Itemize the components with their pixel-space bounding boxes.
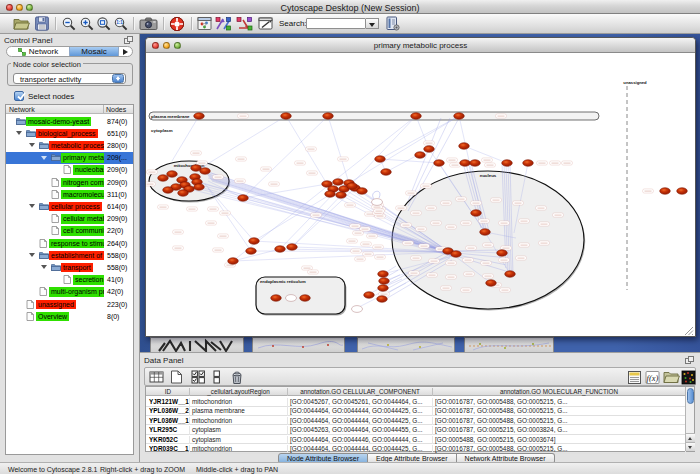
graph-node[interactable]	[228, 258, 239, 265]
graph-node[interactable]	[333, 179, 344, 186]
graph-node[interactable]	[347, 183, 358, 190]
table-row[interactable]: YPL036W__1mitochondrion[GO:0044464, GO:0…	[146, 416, 686, 426]
graph-node[interactable]	[178, 190, 189, 197]
unselect-all-icon[interactable]	[211, 370, 223, 386]
table-row[interactable]: YJR121W__1mitochondrion[GO:0045267, GO:0…	[146, 397, 686, 407]
scroll-up-icon[interactable]	[686, 433, 695, 442]
tree-row[interactable]: mosaic-demo-yeast874(0)	[6, 115, 133, 127]
graph-node[interactable]	[238, 195, 249, 202]
snapshot-icon[interactable]	[139, 16, 158, 33]
graph-node[interactable]	[249, 238, 260, 245]
table-cell[interactable]: [GO:0016787, GO:0005488, GO:0005215, G..…	[433, 398, 686, 407]
report-icon[interactable]	[385, 16, 400, 33]
attr-list-icon[interactable]	[627, 370, 642, 387]
graph-node[interactable]	[158, 175, 169, 182]
graph-node[interactable]	[497, 250, 508, 257]
background-window[interactable]	[252, 337, 345, 352]
new-attr-icon[interactable]	[170, 370, 183, 386]
formula-icon[interactable]: f(x)	[645, 370, 660, 387]
graph-node[interactable]	[194, 113, 205, 120]
background-window[interactable]	[464, 337, 554, 352]
graph-node[interactable]	[377, 296, 388, 303]
table-cell[interactable]: plasma membrane	[190, 407, 288, 416]
tree-row[interactable]: unassigned223(0)	[6, 298, 133, 310]
table-cell[interactable]: YKR052C	[147, 436, 190, 445]
select-all-icon[interactable]	[191, 370, 206, 386]
graph-node[interactable]	[323, 113, 334, 120]
tree-row[interactable]: biological_process651(0)	[6, 127, 133, 139]
graph-node[interactable]	[470, 160, 481, 167]
graph-node[interactable]	[287, 244, 298, 251]
table-cell[interactable]: [GO:0016787, GO:0005215, GO:0003824, G..…	[433, 426, 686, 435]
table-cell[interactable]: [GO:0016787, GO:0005488, GO:0005215, G..…	[433, 407, 686, 416]
graph-node[interactable]	[281, 113, 292, 120]
save-icon[interactable]	[35, 16, 49, 33]
tab-mosaic[interactable]: Mosaic	[69, 47, 119, 56]
graph-node[interactable]	[502, 160, 513, 167]
tree-row[interactable]: macromolecule311(0)	[6, 188, 133, 200]
tree-row[interactable]: secretion41(0)	[6, 274, 133, 286]
expand-arrow-icon[interactable]	[29, 143, 35, 147]
table-cell[interactable]: [GO:0005488, GO:0005215, GO:0003674]	[433, 436, 686, 445]
table-cell[interactable]: cytoplasm	[190, 436, 288, 445]
table-row[interactable]: YPL036W__2plasma membrane[GO:0044464, GO…	[146, 406, 686, 416]
graph-node[interactable]	[300, 295, 311, 302]
graph-node[interactable]	[246, 248, 257, 255]
graph-node[interactable]	[163, 187, 174, 194]
delete-attr-icon[interactable]	[230, 370, 244, 387]
graph-node[interactable]	[379, 278, 390, 285]
graph-node[interactable]	[364, 292, 375, 299]
tab-network[interactable]: Network	[7, 47, 69, 56]
annotation-icon[interactable]	[258, 16, 274, 33]
table-cell[interactable]: [GO:0045267, GO:0045261, GO:0044464, G..…	[288, 398, 433, 407]
table-cell[interactable]: [GO:0044464, GO:0044446, GO:0044444, G..…	[288, 436, 433, 445]
background-window[interactable]	[150, 337, 244, 352]
tree-row[interactable]: Overview8(0)	[6, 310, 133, 322]
layout-icon-2[interactable]	[236, 16, 253, 34]
matrix-icon[interactable]	[681, 370, 696, 387]
table-cell[interactable]: [GO:0044464, GO:0044444, GO:0044425, G..…	[288, 417, 433, 426]
graph-node[interactable]	[471, 210, 482, 217]
graph-node[interactable]	[200, 168, 211, 175]
tree-row[interactable]: cellular metabol209(0)	[6, 213, 133, 225]
graph-node[interactable]	[378, 285, 389, 292]
table-cell[interactable]: [GO:0045263, GO:0044464, GO:0044455, G..…	[288, 426, 433, 435]
zoom-out-icon[interactable]	[61, 16, 77, 34]
graph-node[interactable]	[325, 191, 336, 198]
table-cell[interactable]: YJR121W__1	[147, 398, 190, 407]
tree-row[interactable]: cellular process614(0)	[6, 200, 133, 212]
tree-row[interactable]: transport558(0)	[6, 261, 133, 273]
graph-node[interactable]	[505, 271, 516, 278]
combobox-arrows-icon[interactable]	[112, 74, 124, 83]
tree-row[interactable]: metabolic process280(0)	[6, 139, 133, 151]
graph-node[interactable]	[336, 192, 347, 199]
scrollbar-thumb[interactable]	[687, 388, 694, 404]
graph-node[interactable]	[677, 188, 688, 195]
table-cell[interactable]: YLR295C	[147, 426, 190, 435]
column-header[interactable]: annotation.GO CELLULAR_COMPONENT	[288, 388, 433, 396]
table-cell[interactable]: mitochondrion	[190, 398, 288, 407]
graph-node[interactable]	[523, 160, 534, 167]
graph-node[interactable]	[378, 271, 389, 278]
expand-arrow-icon[interactable]	[41, 156, 47, 160]
scroll-down-icon[interactable]	[686, 442, 695, 451]
search-dropdown-icon[interactable]	[366, 18, 379, 29]
column-header[interactable]: _cellularLayoutRegion	[190, 388, 288, 396]
search-input[interactable]	[306, 18, 366, 29]
column-header[interactable]: annotation.GO MOLECULAR_FUNCTION	[433, 388, 686, 396]
network-window-titlebar[interactable]: primary metabolic process	[146, 38, 695, 53]
graph-node[interactable]	[459, 143, 470, 150]
graph-node[interactable]	[194, 184, 205, 191]
zoom-in-icon[interactable]	[79, 16, 95, 34]
graph-node[interactable]	[411, 113, 422, 120]
expand-arrow-icon[interactable]	[41, 265, 47, 269]
graph-node[interactable]	[451, 251, 462, 258]
open-file-icon[interactable]	[13, 16, 30, 33]
tree-row[interactable]: primary metabo209(...	[6, 152, 133, 164]
table-cell[interactable]: mitochondrion	[190, 445, 288, 454]
cytopanel-icon[interactable]	[197, 16, 212, 33]
graph-node[interactable]	[357, 188, 368, 195]
tree-row[interactable]: response to stimul264(0)	[6, 237, 133, 249]
expand-arrow-icon[interactable]	[29, 204, 35, 208]
table-cell[interactable]: YPL036W__1	[147, 417, 190, 426]
